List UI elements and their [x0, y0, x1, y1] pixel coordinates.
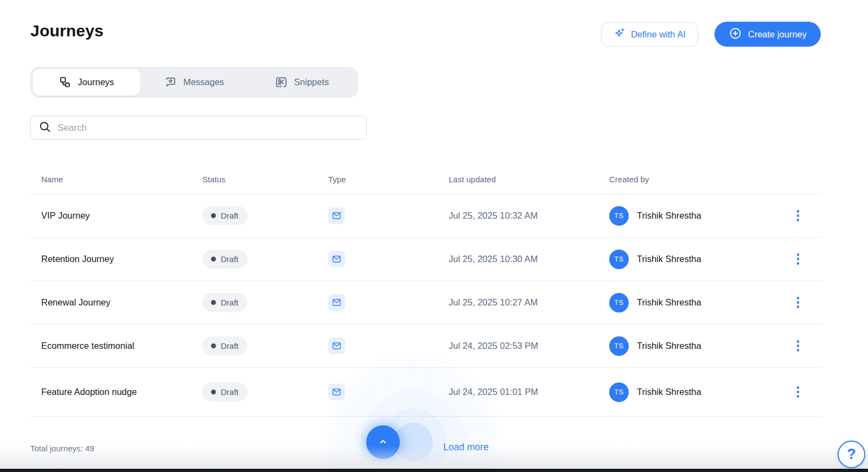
created-by-cell: TS Trishik Shrestha — [609, 336, 792, 356]
table-body: VIP Journey Draft Jul 25, 2025 10:32 AM … — [30, 194, 821, 417]
top-bar: Journeys Define with AI — [30, 0, 821, 47]
email-icon — [328, 337, 345, 354]
table-row[interactable]: Renewal Journey Draft Jul 25, 2025 10:27… — [30, 281, 821, 324]
creator-name: Trishik Shrestha — [637, 254, 701, 264]
status-badge: Draft — [202, 382, 247, 401]
plus-circle-icon — [729, 27, 742, 42]
journeys-workflow-icon — [59, 76, 71, 88]
row-menu-button[interactable] — [794, 337, 803, 355]
load-more-link[interactable]: Load more — [443, 442, 489, 453]
last-updated-value: Jul 25, 2025 10:32 AM — [449, 211, 609, 221]
kebab-dot — [797, 395, 800, 398]
ai-sparkle-icon — [614, 27, 626, 41]
scroll-to-top-button[interactable] — [366, 425, 400, 459]
row-menu-button[interactable] — [794, 250, 803, 268]
email-icon — [328, 251, 345, 267]
question-mark-icon: ? — [847, 446, 856, 463]
status-badge: Draft — [202, 206, 247, 225]
status-badge: Draft — [202, 336, 247, 355]
last-updated-value: Jul 25, 2025 10:27 AM — [449, 297, 609, 308]
creator-name: Trishik Shrestha — [637, 211, 701, 221]
kebab-dot — [797, 301, 800, 304]
created-by-cell: TS Trishik Shrestha — [609, 206, 792, 226]
chevron-up-icon — [377, 436, 389, 449]
avatar: TS — [609, 382, 629, 402]
tab-snippets-label: Snippets — [294, 77, 329, 87]
last-updated-value: Jul 25, 2025 10:30 AM — [449, 254, 609, 264]
total-journeys-label: Total journeys: 49 — [30, 444, 94, 453]
kebab-dot — [797, 297, 800, 299]
table-row[interactable]: Feature Adoption nudge Draft Jul 24, 202… — [30, 368, 821, 417]
message-heart-icon — [164, 76, 177, 88]
create-journey-button[interactable]: Create journey — [714, 22, 821, 47]
kebab-dot — [797, 386, 800, 389]
search-input[interactable] — [58, 123, 359, 133]
creator-name: Trishik Shrestha — [637, 297, 701, 308]
created-by-cell: TS Trishik Shrestha — [609, 293, 792, 312]
last-updated-value: Jul 24, 2025 01:01 PM — [449, 387, 609, 397]
journey-name[interactable]: VIP Journey — [41, 211, 202, 221]
kebab-dot — [797, 258, 800, 260]
status-dot-icon — [211, 343, 216, 348]
kebab-dot — [797, 262, 800, 265]
kebab-dot — [797, 349, 800, 352]
tab-messages-label: Messages — [183, 77, 224, 87]
create-journey-label: Create journey — [748, 29, 807, 40]
help-button[interactable]: ? — [838, 441, 865, 468]
table-row[interactable]: Ecommerce testimonial Draft Jul 24, 2025… — [30, 324, 821, 368]
kebab-dot — [797, 391, 800, 393]
tab-messages[interactable]: Messages — [141, 69, 248, 95]
avatar: TS — [609, 206, 629, 226]
kebab-dot — [797, 214, 800, 217]
page-title: Journeys — [30, 22, 104, 40]
created-by-cell: TS Trishik Shrestha — [609, 250, 792, 269]
journey-name[interactable]: Ecommerce testimonial — [41, 341, 202, 351]
email-icon — [328, 207, 345, 224]
table-row[interactable]: Retention Journey Draft Jul 25, 2025 10:… — [30, 238, 821, 281]
created-by-cell: TS Trishik Shrestha — [609, 382, 792, 402]
bottom-edge-bar — [0, 469, 868, 472]
status-dot-icon — [211, 300, 216, 305]
tab-snippets[interactable]: Snippets — [248, 69, 356, 95]
journey-name[interactable]: Renewal Journey — [41, 297, 202, 308]
define-with-ai-button[interactable]: Define with AI — [601, 22, 698, 47]
kebab-dot — [797, 305, 800, 308]
row-menu-button[interactable] — [794, 207, 803, 225]
journey-name[interactable]: Retention Journey — [41, 254, 202, 264]
column-header-last-updated: Last updated — [449, 175, 609, 184]
define-with-ai-label: Define with AI — [631, 29, 686, 40]
status-dot-icon — [211, 257, 216, 261]
avatar: TS — [609, 336, 629, 356]
kebab-dot — [797, 340, 800, 343]
kebab-dot — [797, 210, 800, 213]
status-dot-icon — [211, 213, 216, 218]
status-badge: Draft — [202, 293, 247, 312]
table-header: Name Status Type Last updated Created by — [30, 165, 821, 194]
column-header-type: Type — [328, 175, 449, 184]
search-icon — [39, 120, 52, 136]
status-badge: Draft — [202, 250, 247, 269]
status-dot-icon — [211, 390, 216, 394]
snippet-scissors-icon — [275, 76, 288, 88]
kebab-dot — [797, 345, 800, 347]
row-menu-button[interactable] — [794, 383, 803, 401]
creator-name: Trishik Shrestha — [637, 341, 701, 351]
status-label: Draft — [221, 211, 239, 220]
avatar: TS — [609, 250, 629, 269]
creator-name: Trishik Shrestha — [637, 387, 701, 397]
tab-journeys[interactable]: Journeys — [33, 69, 141, 95]
column-header-name: Name — [41, 175, 202, 184]
status-label: Draft — [221, 298, 239, 307]
table-row[interactable]: VIP Journey Draft Jul 25, 2025 10:32 AM … — [30, 194, 821, 238]
status-label: Draft — [221, 341, 239, 350]
last-updated-value: Jul 24, 2025 02:53 PM — [449, 341, 609, 351]
top-actions: Define with AI Create journey — [601, 22, 821, 47]
email-icon — [328, 384, 345, 400]
row-menu-button[interactable] — [794, 294, 803, 311]
kebab-dot — [797, 253, 800, 256]
email-icon — [328, 294, 345, 311]
tab-journeys-label: Journeys — [78, 77, 114, 87]
journey-name[interactable]: Feature Adoption nudge — [41, 387, 202, 397]
column-header-created-by: Created by — [609, 175, 792, 184]
avatar: TS — [609, 293, 629, 312]
